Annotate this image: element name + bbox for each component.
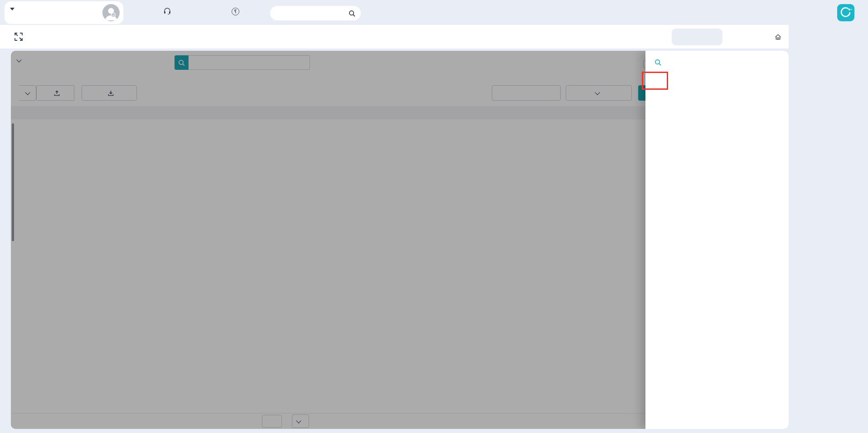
brand [837,4,859,21]
top-bar: ؟ [0,0,868,25]
tab-strip [0,25,789,49]
tab-product-list[interactable] [672,29,723,45]
search-icon[interactable] [655,59,661,66]
ailit-logo-icon [837,4,854,21]
sidebar-nav [789,25,868,433]
app-screen: ؟ [0,0,868,433]
online-service-link[interactable] [161,8,171,15]
help-icon: ؟ [232,8,239,15]
avatar-person-icon [102,4,120,21]
expand-fullscreen-icon[interactable] [14,32,24,42]
home-icon [775,34,781,40]
avatar [102,4,120,21]
highlight-red-box [642,72,668,90]
headset-icon [164,8,171,15]
product-categories-drawer [645,51,789,429]
account-caret-icon [10,8,15,10]
help-center-link[interactable]: ؟ [229,8,239,15]
account-card[interactable] [5,1,123,24]
tab-home[interactable] [729,29,787,45]
quick-price-check-search[interactable] [270,6,361,20]
logo-glyph-icon [839,6,853,19]
drawer-finish[interactable] [652,59,661,66]
product-list-panel [11,51,789,429]
search-icon [349,10,355,17]
